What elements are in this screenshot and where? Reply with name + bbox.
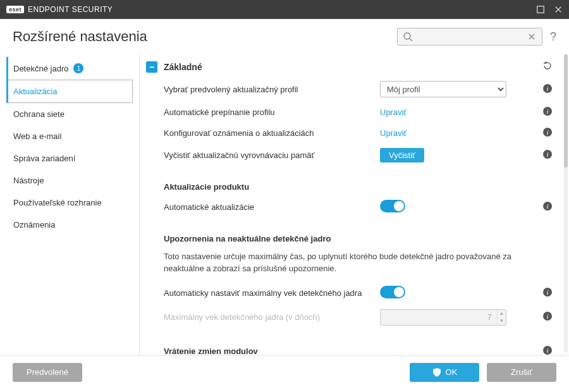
spinner-up-icon: ▲: [498, 310, 506, 317]
sidebar-item-device-control[interactable]: Správa zariadení: [6, 147, 133, 169]
max-age-input: [381, 312, 497, 322]
window-close-icon[interactable]: [554, 5, 563, 14]
shield-icon: [432, 367, 442, 377]
row-label: Konfigurovať oznámenia o aktualizáciách: [164, 128, 372, 138]
row-clear-cache: Vyčistiť aktualizačnú vyrovnávaciu pamäť…: [146, 144, 553, 167]
svg-text:i: i: [546, 150, 548, 158]
ok-label: OK: [446, 367, 458, 377]
row-auto-switch-profile: Automatické prepínanie profilu Upraviť i: [146, 102, 553, 123]
svg-text:i: i: [546, 128, 548, 136]
outdated-description: Toto nastavenie určuje maximálny čas, po…: [146, 247, 553, 281]
svg-text:i: i: [546, 107, 548, 115]
eset-logo: eset: [6, 6, 24, 13]
info-icon[interactable]: i: [542, 127, 553, 139]
sidebar-item-label: Detekčné jadro: [13, 64, 68, 73]
subhead-product-updates: Aktualizácie produktu: [146, 167, 553, 195]
svg-text:i: i: [546, 85, 548, 92]
spinner-down-icon: ▼: [498, 317, 506, 325]
sidebar-item-update[interactable]: Aktualizácia: [6, 80, 133, 103]
row-label: Vybrať predvolený aktualizačný profil: [164, 85, 372, 94]
clear-search-icon[interactable]: [527, 32, 537, 42]
row-label: Automaticky nastaviť maximálny vek detek…: [164, 288, 372, 298]
search-icon: [403, 32, 413, 42]
row-label: Automatické prepínanie profilu: [164, 107, 372, 117]
edit-link[interactable]: Upraviť: [380, 107, 407, 117]
sidebar-item-notifications[interactable]: Oznámenia: [6, 214, 133, 236]
section-title: Základné: [164, 62, 202, 72]
svg-point-1: [404, 33, 410, 39]
clear-cache-button[interactable]: Vyčistiť: [380, 148, 424, 162]
info-icon[interactable]: i: [542, 106, 553, 118]
sidebar-badge: 1: [73, 63, 83, 73]
sidebar-item-label: Ochrana siete: [13, 109, 64, 119]
svg-text:i: i: [546, 202, 548, 210]
header: Rozšírené nastavenia ?: [0, 19, 569, 52]
info-icon[interactable]: i: [542, 311, 553, 323]
sidebar-item-label: Používateľské rozhranie: [13, 198, 102, 207]
scrollbar[interactable]: [564, 54, 568, 353]
svg-text:i: i: [546, 312, 548, 320]
subhead-outdated-alerts: Upozornenia na neaktuálne detekčné jadro: [146, 219, 553, 247]
subhead-rollback: Vrátenie zmien modulov: [164, 346, 372, 355]
sidebar-item-label: Aktualizácia: [13, 87, 57, 96]
row-label: Automatické aktualizácie: [164, 202, 372, 212]
sidebar-item-tools[interactable]: Nástroje: [6, 169, 133, 192]
info-icon[interactable]: i: [542, 287, 553, 299]
collapse-toggle-icon[interactable]: −: [146, 61, 157, 73]
search-box[interactable]: [397, 28, 542, 46]
sidebar-item-ui[interactable]: Používateľské rozhranie: [6, 192, 133, 214]
main-panel: − Základné Vybrať predvolený aktualizačn…: [140, 52, 569, 355]
sidebar-item-network-protection[interactable]: Ochrana siete: [6, 103, 133, 125]
window-maximize-icon[interactable]: [536, 5, 545, 14]
info-icon[interactable]: i: [542, 201, 553, 213]
auto-update-toggle[interactable]: [380, 200, 405, 212]
info-icon[interactable]: i: [542, 345, 553, 355]
info-icon[interactable]: i: [542, 83, 553, 95]
sidebar-item-label: Web a e-mail: [13, 132, 61, 141]
cancel-button[interactable]: Zrušiť: [487, 363, 556, 382]
sidebar-item-label: Oznámenia: [13, 220, 55, 230]
revert-icon[interactable]: [542, 61, 553, 73]
product-name: ENDPOINT SECURITY: [28, 5, 113, 14]
svg-rect-0: [537, 6, 544, 13]
row-auto-set-max-age: Automaticky nastaviť maximálny vek detek…: [146, 281, 553, 305]
ok-button[interactable]: OK: [410, 363, 479, 382]
sidebar-item-web-email[interactable]: Web a e-mail: [6, 125, 133, 147]
footer: Predvolené OK Zrušiť: [0, 355, 569, 388]
section-basic-header: − Základné: [146, 57, 553, 77]
max-age-spinner: ▲ ▼: [380, 309, 506, 326]
sidebar: Detekčné jadro 1 Aktualizácia Ochrana si…: [0, 52, 139, 355]
sidebar-item-label: Nástroje: [13, 176, 44, 185]
row-label: Maximálny vek detekčného jadra (v dňoch): [164, 312, 372, 322]
brand: eset ENDPOINT SECURITY: [6, 5, 113, 14]
row-module-rollback: Vrátenie zmien modulov i: [146, 330, 553, 355]
row-label: Vyčistiť aktualizačnú vyrovnávaciu pamäť: [164, 150, 372, 160]
scrollbar-thumb[interactable]: [564, 54, 568, 168]
titlebar: eset ENDPOINT SECURITY: [0, 0, 569, 19]
auto-max-age-toggle[interactable]: [380, 286, 405, 298]
help-icon[interactable]: ?: [550, 30, 556, 44]
defaults-button[interactable]: Predvolené: [13, 363, 82, 382]
edit-link[interactable]: Upraviť: [380, 128, 407, 138]
row-max-age-days: Maximálny vek detekčného jadra (v dňoch)…: [146, 305, 553, 330]
row-default-profile: Vybrať predvolený aktualizačný profil Mô…: [146, 77, 553, 102]
svg-text:i: i: [546, 346, 548, 354]
sidebar-item-label: Správa zariadení: [13, 154, 75, 163]
row-auto-updates: Automatické aktualizácie i: [146, 195, 553, 219]
sidebar-item-detection-engine[interactable]: Detekčné jadro 1: [6, 57, 133, 80]
page-title: Rozšírené nastavenia: [13, 28, 147, 45]
profile-select[interactable]: Môj profil: [380, 81, 506, 97]
svg-text:i: i: [546, 288, 548, 296]
row-configure-notifications: Konfigurovať oznámenia o aktualizáciách …: [146, 123, 553, 144]
info-icon[interactable]: i: [542, 149, 553, 161]
search-input[interactable]: [417, 32, 523, 42]
